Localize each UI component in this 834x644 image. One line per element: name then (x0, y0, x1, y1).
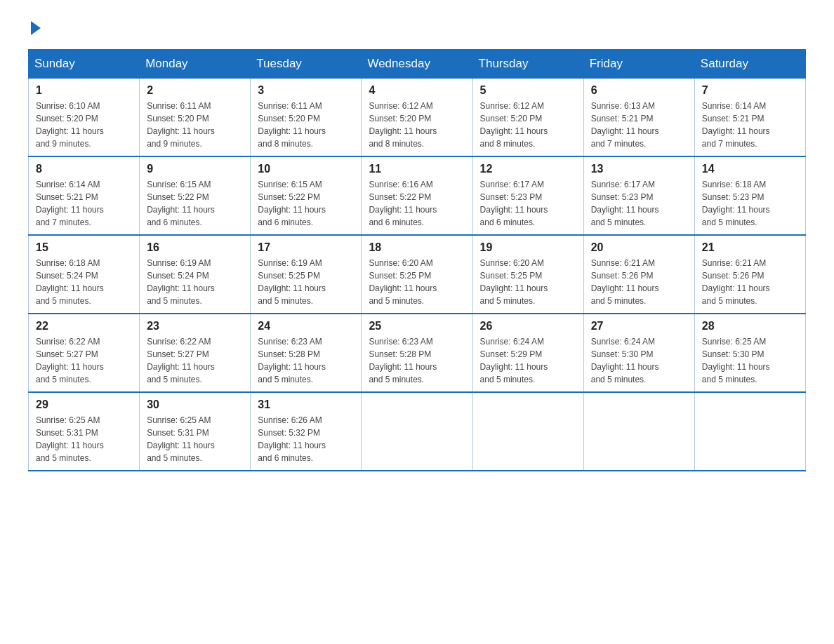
day-number: 14 (702, 163, 798, 175)
calendar-week-row: 1 Sunrise: 6:10 AMSunset: 5:20 PMDayligh… (29, 79, 806, 157)
day-info: Sunrise: 6:11 AMSunset: 5:20 PMDaylight:… (147, 101, 215, 149)
calendar-cell: 7 Sunrise: 6:14 AMSunset: 5:21 PMDayligh… (694, 79, 805, 157)
day-info: Sunrise: 6:12 AMSunset: 5:20 PMDaylight:… (369, 101, 437, 149)
calendar-header-wednesday: Wednesday (362, 50, 472, 79)
calendar-week-row: 29 Sunrise: 6:25 AMSunset: 5:31 PMDaylig… (29, 392, 806, 471)
day-number: 17 (258, 241, 354, 254)
calendar-cell: 28 Sunrise: 6:25 AMSunset: 5:30 PMDaylig… (694, 314, 805, 392)
calendar-cell: 14 Sunrise: 6:18 AMSunset: 5:23 PMDaylig… (694, 156, 805, 235)
day-info: Sunrise: 6:16 AMSunset: 5:22 PMDaylight:… (369, 180, 437, 227)
day-info: Sunrise: 6:25 AMSunset: 5:30 PMDaylight:… (702, 337, 770, 384)
calendar-header-sunday: Sunday (29, 50, 140, 79)
logo-triangle-icon (31, 21, 41, 35)
day-number: 18 (369, 241, 465, 254)
calendar-cell: 11 Sunrise: 6:16 AMSunset: 5:22 PMDaylig… (362, 156, 472, 235)
day-info: Sunrise: 6:26 AMSunset: 5:32 PMDaylight:… (258, 415, 326, 463)
calendar-header-monday: Monday (140, 50, 251, 79)
calendar-cell: 29 Sunrise: 6:25 AMSunset: 5:31 PMDaylig… (29, 392, 140, 471)
day-info: Sunrise: 6:14 AMSunset: 5:21 PMDaylight:… (702, 101, 770, 149)
page-header (28, 21, 806, 35)
day-number: 1 (36, 84, 132, 97)
day-number: 7 (702, 84, 798, 97)
calendar-cell: 18 Sunrise: 6:20 AMSunset: 5:25 PMDaylig… (362, 235, 472, 314)
calendar-cell: 19 Sunrise: 6:20 AMSunset: 5:25 PMDaylig… (472, 235, 583, 314)
day-number: 16 (147, 241, 243, 254)
calendar-table: SundayMondayTuesdayWednesdayThursdayFrid… (28, 49, 806, 471)
calendar-cell: 30 Sunrise: 6:25 AMSunset: 5:31 PMDaylig… (140, 392, 251, 471)
day-number: 29 (36, 398, 132, 411)
calendar-cell: 1 Sunrise: 6:10 AMSunset: 5:20 PMDayligh… (29, 79, 140, 157)
day-number: 19 (480, 241, 576, 254)
day-info: Sunrise: 6:23 AMSunset: 5:28 PMDaylight:… (258, 337, 326, 384)
day-info: Sunrise: 6:10 AMSunset: 5:20 PMDaylight:… (36, 101, 104, 149)
day-info: Sunrise: 6:20 AMSunset: 5:25 PMDaylight:… (480, 258, 548, 306)
day-info: Sunrise: 6:22 AMSunset: 5:27 PMDaylight:… (147, 337, 215, 384)
calendar-cell (583, 392, 694, 471)
day-number: 4 (369, 84, 465, 97)
day-number: 15 (36, 241, 132, 254)
calendar-cell (362, 392, 472, 471)
calendar-header-row: SundayMondayTuesdayWednesdayThursdayFrid… (29, 50, 806, 79)
calendar-cell: 31 Sunrise: 6:26 AMSunset: 5:32 PMDaylig… (251, 392, 362, 471)
calendar-cell: 13 Sunrise: 6:17 AMSunset: 5:23 PMDaylig… (583, 156, 694, 235)
day-number: 6 (591, 84, 687, 97)
calendar-cell: 23 Sunrise: 6:22 AMSunset: 5:27 PMDaylig… (140, 314, 251, 392)
day-info: Sunrise: 6:15 AMSunset: 5:22 PMDaylight:… (258, 180, 326, 227)
day-number: 24 (258, 320, 354, 333)
calendar-cell (472, 392, 583, 471)
day-info: Sunrise: 6:23 AMSunset: 5:28 PMDaylight:… (369, 337, 437, 384)
day-number: 8 (36, 163, 132, 175)
day-info: Sunrise: 6:11 AMSunset: 5:20 PMDaylight:… (258, 101, 326, 149)
calendar-cell: 21 Sunrise: 6:21 AMSunset: 5:26 PMDaylig… (694, 235, 805, 314)
day-info: Sunrise: 6:21 AMSunset: 5:26 PMDaylight:… (702, 258, 770, 306)
day-info: Sunrise: 6:19 AMSunset: 5:24 PMDaylight:… (147, 258, 215, 306)
calendar-cell: 20 Sunrise: 6:21 AMSunset: 5:26 PMDaylig… (583, 235, 694, 314)
calendar-cell: 25 Sunrise: 6:23 AMSunset: 5:28 PMDaylig… (362, 314, 472, 392)
calendar-cell: 6 Sunrise: 6:13 AMSunset: 5:21 PMDayligh… (583, 79, 694, 157)
day-number: 9 (147, 163, 243, 175)
day-number: 10 (258, 163, 354, 175)
day-info: Sunrise: 6:12 AMSunset: 5:20 PMDaylight:… (480, 101, 548, 149)
day-info: Sunrise: 6:24 AMSunset: 5:29 PMDaylight:… (480, 337, 548, 384)
day-info: Sunrise: 6:15 AMSunset: 5:22 PMDaylight:… (147, 180, 215, 227)
day-info: Sunrise: 6:22 AMSunset: 5:27 PMDaylight:… (36, 337, 104, 384)
day-info: Sunrise: 6:17 AMSunset: 5:23 PMDaylight:… (591, 180, 659, 227)
day-number: 3 (258, 84, 354, 97)
calendar-header-friday: Friday (583, 50, 694, 79)
day-number: 22 (36, 320, 132, 333)
day-number: 30 (147, 398, 243, 411)
day-number: 23 (147, 320, 243, 333)
calendar-cell: 9 Sunrise: 6:15 AMSunset: 5:22 PMDayligh… (140, 156, 251, 235)
day-number: 11 (369, 163, 465, 175)
day-info: Sunrise: 6:14 AMSunset: 5:21 PMDaylight:… (36, 180, 104, 227)
calendar-header-tuesday: Tuesday (251, 50, 362, 79)
day-number: 27 (591, 320, 687, 333)
day-number: 25 (369, 320, 465, 333)
calendar-cell: 17 Sunrise: 6:19 AMSunset: 5:25 PMDaylig… (251, 235, 362, 314)
calendar-week-row: 8 Sunrise: 6:14 AMSunset: 5:21 PMDayligh… (29, 156, 806, 235)
calendar-cell: 8 Sunrise: 6:14 AMSunset: 5:21 PMDayligh… (29, 156, 140, 235)
day-number: 31 (258, 398, 354, 411)
calendar-week-row: 22 Sunrise: 6:22 AMSunset: 5:27 PMDaylig… (29, 314, 806, 392)
calendar-cell: 16 Sunrise: 6:19 AMSunset: 5:24 PMDaylig… (140, 235, 251, 314)
calendar-cell: 12 Sunrise: 6:17 AMSunset: 5:23 PMDaylig… (472, 156, 583, 235)
calendar-cell (694, 392, 805, 471)
calendar-cell: 5 Sunrise: 6:12 AMSunset: 5:20 PMDayligh… (472, 79, 583, 157)
day-number: 2 (147, 84, 243, 97)
calendar-header-thursday: Thursday (472, 50, 583, 79)
day-info: Sunrise: 6:25 AMSunset: 5:31 PMDaylight:… (147, 415, 215, 463)
day-info: Sunrise: 6:18 AMSunset: 5:24 PMDaylight:… (36, 258, 104, 306)
calendar-cell: 4 Sunrise: 6:12 AMSunset: 5:20 PMDayligh… (362, 79, 472, 157)
calendar-cell: 15 Sunrise: 6:18 AMSunset: 5:24 PMDaylig… (29, 235, 140, 314)
calendar-cell: 24 Sunrise: 6:23 AMSunset: 5:28 PMDaylig… (251, 314, 362, 392)
day-info: Sunrise: 6:21 AMSunset: 5:26 PMDaylight:… (591, 258, 659, 306)
day-info: Sunrise: 6:18 AMSunset: 5:23 PMDaylight:… (702, 180, 770, 227)
day-info: Sunrise: 6:24 AMSunset: 5:30 PMDaylight:… (591, 337, 659, 384)
calendar-cell: 22 Sunrise: 6:22 AMSunset: 5:27 PMDaylig… (29, 314, 140, 392)
day-info: Sunrise: 6:19 AMSunset: 5:25 PMDaylight:… (258, 258, 326, 306)
day-info: Sunrise: 6:25 AMSunset: 5:31 PMDaylight:… (36, 415, 104, 463)
calendar-cell: 26 Sunrise: 6:24 AMSunset: 5:29 PMDaylig… (472, 314, 583, 392)
day-info: Sunrise: 6:13 AMSunset: 5:21 PMDaylight:… (591, 101, 659, 149)
calendar-cell: 2 Sunrise: 6:11 AMSunset: 5:20 PMDayligh… (140, 79, 251, 157)
calendar-cell: 27 Sunrise: 6:24 AMSunset: 5:30 PMDaylig… (583, 314, 694, 392)
